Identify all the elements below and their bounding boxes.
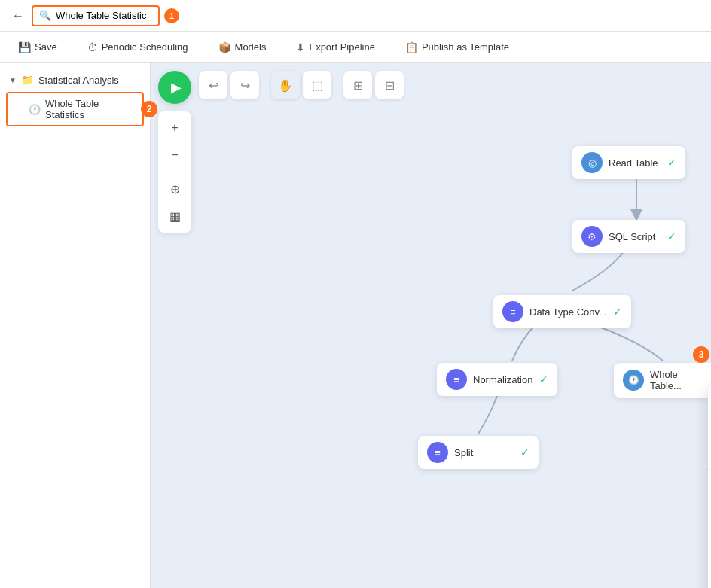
- save-icon: 💾: [18, 41, 31, 53]
- folder-icon: 📁: [21, 74, 34, 86]
- badge-2: 2: [141, 101, 157, 117]
- canvas-area: ▶ ↩ ↪ ✋ ⬚ ⊞ ⊟ + − ⊕ ▦: [151, 63, 711, 588]
- play-button[interactable]: ▶: [158, 71, 191, 104]
- sidebar-item-label: Whole Table Statistics: [45, 98, 133, 120]
- canvas-top-toolbar: ↩ ↪ ✋ ⬚ ⊞ ⊟: [199, 71, 703, 99]
- normalization-icon: ≡: [446, 369, 467, 390]
- search-box[interactable]: 🔍: [32, 5, 160, 26]
- zoom-in-button[interactable]: +: [163, 116, 187, 140]
- menu-save[interactable]: 💾 Save: [12, 38, 63, 56]
- badge-1: 1: [164, 8, 179, 23]
- ctx-run-root[interactable]: Run from Root Node to Here: [708, 549, 711, 574]
- read-table-icon: ◎: [581, 152, 603, 173]
- menu-publish[interactable]: 📋 Publish as Template: [399, 38, 515, 56]
- redo-button[interactable]: ↪: [230, 71, 259, 99]
- node-normalization[interactable]: ≡ Normalization ✓: [437, 363, 557, 396]
- models-icon: 📦: [218, 41, 231, 53]
- data-type-check: ✓: [613, 306, 622, 318]
- ctx-delete[interactable]: Delete Delete: [708, 416, 711, 441]
- fit-button[interactable]: ⊕: [163, 177, 187, 201]
- sidebar-item-whole-table[interactable]: 🕐 Whole Table Statistics: [6, 92, 144, 126]
- main-layout: ▼ 📁 Statistical Analysis 🕐 Whole Table S…: [0, 63, 711, 588]
- whole-table-icon: 🕐: [623, 370, 644, 391]
- normalization-check: ✓: [539, 373, 548, 385]
- menu-scheduling[interactable]: ⏱ Periodic Scheduling: [81, 38, 194, 56]
- menu-publish-label: Publish as Template: [422, 41, 509, 53]
- scheduling-icon: ⏱: [87, 41, 98, 53]
- badge-3: 3: [693, 346, 709, 363]
- node-split[interactable]: ≡ Split ✓: [418, 436, 539, 469]
- read-table-check: ✓: [667, 157, 676, 169]
- topbar: ← 🔍 1: [0, 0, 711, 32]
- minimap-button[interactable]: ▦: [163, 204, 187, 228]
- menubar: 💾 Save ⏱ Periodic Scheduling 📦 Models ⬇ …: [0, 32, 711, 63]
- ctx-run-from-here[interactable]: Run from Here: [708, 499, 711, 524]
- search-input[interactable]: [56, 10, 146, 21]
- sidebar-folder-statistical[interactable]: ▼ 📁 Statistical Analysis: [0, 69, 150, 90]
- menu-save-label: Save: [35, 41, 57, 53]
- menu-models[interactable]: 📦 Models: [212, 38, 273, 56]
- folder-label: Statistical Analysis: [38, 75, 119, 86]
- toolbar-divider: [165, 172, 185, 172]
- sidebar: ▼ 📁 Statistical Analysis 🕐 Whole Table S…: [0, 63, 151, 588]
- node-read-table[interactable]: ◎ Read Table ✓: [572, 146, 685, 179]
- search-icon: 🔍: [39, 10, 51, 21]
- context-menu: Rename Delete Delete Clone Ctrl+C Run Cu…: [708, 387, 711, 588]
- menu-scheduling-label: Periodic Scheduling: [102, 41, 188, 53]
- ctx-rename[interactable]: Rename: [708, 391, 711, 416]
- ctx-divider-1: [708, 469, 711, 470]
- back-button[interactable]: ←: [9, 7, 27, 25]
- node-whole-table[interactable]: 🕐 Whole Table...: [614, 363, 711, 398]
- sql-script-label: SQL Script: [609, 231, 661, 242]
- select-tool-button[interactable]: ⬚: [303, 71, 331, 99]
- ctx-run-downstream[interactable]: Run Downstream Components: [708, 574, 711, 588]
- node-sql-script[interactable]: ⚙ SQL Script ✓: [572, 220, 685, 253]
- split-check: ✓: [520, 446, 529, 459]
- whole-table-label: Whole Table...: [650, 369, 703, 391]
- data-type-label: Data Type Conv...: [529, 306, 607, 318]
- ctx-stop-here[interactable]: Stop Here: [708, 524, 711, 549]
- zoom-out-button[interactable]: −: [163, 143, 187, 167]
- clock-icon: 🕐: [29, 104, 41, 115]
- split-icon: ≡: [427, 442, 448, 463]
- ctx-clone[interactable]: Clone Ctrl+C: [708, 441, 711, 466]
- menu-export-label: Export Pipeline: [309, 41, 374, 53]
- sql-script-check: ✓: [667, 230, 676, 242]
- split-label: Split: [454, 447, 514, 459]
- folder-arrow-icon: ▼: [9, 76, 17, 84]
- play-icon: ▶: [171, 79, 182, 96]
- canvas-left-toolbar: + − ⊕ ▦: [158, 111, 191, 233]
- more-tools-button[interactable]: ⊟: [375, 71, 404, 99]
- publish-icon: 📋: [405, 41, 418, 53]
- menu-export[interactable]: ⬇ Export Pipeline: [290, 38, 380, 56]
- add-node-button[interactable]: ⊞: [343, 71, 372, 99]
- hand-tool-button[interactable]: ✋: [271, 71, 300, 99]
- data-type-icon: ≡: [502, 301, 523, 322]
- normalization-label: Normalization: [473, 374, 533, 385]
- read-table-label: Read Table: [609, 157, 661, 169]
- export-icon: ⬇: [296, 41, 305, 53]
- menu-models-label: Models: [235, 41, 267, 53]
- node-data-type[interactable]: ≡ Data Type Conv... ✓: [493, 295, 631, 328]
- sql-script-icon: ⚙: [581, 226, 603, 247]
- undo-button[interactable]: ↩: [199, 71, 227, 99]
